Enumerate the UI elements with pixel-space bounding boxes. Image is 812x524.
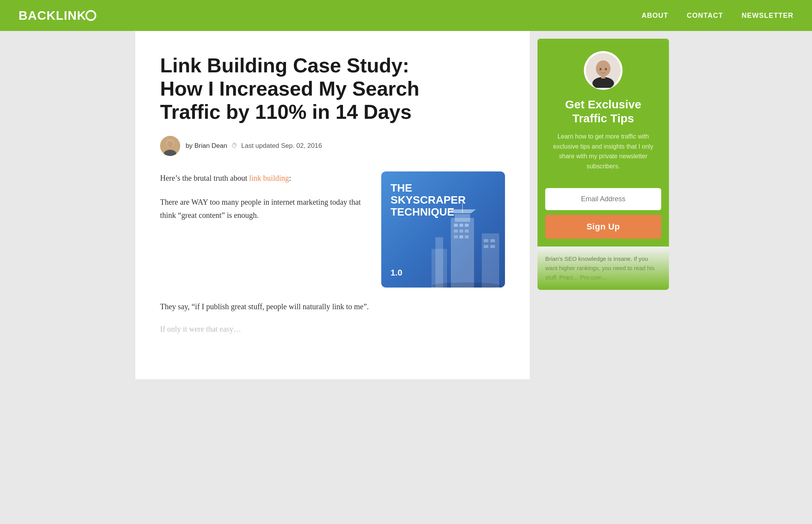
logo-text: BACKLINK <box>19 9 86 22</box>
logo[interactable]: BACKLINK <box>19 9 96 23</box>
svg-rect-8 <box>454 224 458 227</box>
article-title: Link Building Case Study: How I Increase… <box>160 54 431 123</box>
svg-point-3 <box>167 141 173 148</box>
sidebar-card: Get Exclusive Traffic Tips Learn how to … <box>537 39 669 290</box>
author-avatar-image <box>160 136 180 156</box>
signup-button[interactable]: Sign Up <box>545 215 661 239</box>
skyscraper-version: 1.0 <box>391 265 403 280</box>
author-avatar <box>160 136 180 156</box>
logo-o-circle <box>85 10 96 21</box>
svg-rect-11 <box>454 229 458 233</box>
header: BACKLINK ABOUT CONTACT NEWSLETTER <box>0 0 812 31</box>
svg-rect-14 <box>454 235 458 238</box>
sidebar-form: Sign Up <box>537 188 669 247</box>
sidebar-author-image <box>586 53 621 88</box>
svg-rect-10 <box>465 224 469 227</box>
article-body: Here’s the brutal truth about link build… <box>160 171 505 336</box>
svg-point-31 <box>600 68 601 70</box>
svg-rect-12 <box>459 229 463 233</box>
paragraph2: They say, “if I publish great stuff, peo… <box>160 300 505 313</box>
svg-rect-9 <box>459 224 463 227</box>
link-building-link[interactable]: link building <box>249 174 289 182</box>
author-meta: by Brian Dean ⏱ Last updated Sep. 02, 20… <box>186 142 322 150</box>
sidebar-description: Learn how to get more traffic with exclu… <box>548 132 658 171</box>
sidebar: Get Exclusive Traffic Tips Learn how to … <box>530 31 677 379</box>
sidebar-heading: Get Exclusive Traffic Tips <box>548 98 658 125</box>
svg-rect-22 <box>484 245 488 248</box>
author-name: by Brian Dean <box>186 142 227 150</box>
sidebar-top: Get Exclusive Traffic Tips Learn how to … <box>537 39 669 180</box>
skyscraper-title: THE SKYSCRAPER TECHNIQUE <box>391 182 466 218</box>
last-updated-date: Last updated Sep. 02, 2016 <box>241 142 322 150</box>
svg-rect-13 <box>465 229 469 233</box>
nav-newsletter[interactable]: NEWSLETTER <box>742 12 793 20</box>
paragraph1: There are WAY too many people in interne… <box>160 195 366 222</box>
sidebar-arrow-decoration <box>595 180 611 188</box>
body-paragraphs: They say, “if I publish great stuff, peo… <box>160 300 505 336</box>
skyscraper-image: THE SKYSCRAPER TECHNIQUE <box>381 171 505 288</box>
intro-row: Here’s the brutal truth about link build… <box>160 171 505 288</box>
sidebar-testimonial: Brian’s SEO knowledge is insane. If you … <box>537 247 669 290</box>
main-nav: ABOUT CONTACT NEWSLETTER <box>641 12 793 20</box>
svg-rect-5 <box>435 237 443 288</box>
svg-rect-15 <box>459 235 463 238</box>
svg-point-28 <box>596 60 611 77</box>
fading-text: If only it were that easy… <box>160 322 505 336</box>
nav-contact[interactable]: CONTACT <box>687 12 723 20</box>
svg-rect-21 <box>490 239 495 242</box>
svg-rect-23 <box>490 245 495 248</box>
clock-icon: ⏱ <box>231 142 237 149</box>
svg-point-32 <box>606 68 607 70</box>
sidebar-avatar <box>584 51 623 90</box>
author-line: by Brian Dean ⏱ Last updated Sep. 02, 20… <box>160 136 505 156</box>
svg-rect-20 <box>484 239 488 242</box>
article-content: Link Building Case Study: How I Increase… <box>135 31 530 379</box>
intro-prefix: Here’s the brutal truth about <box>160 174 249 182</box>
intro-text: Here’s the brutal truth about link build… <box>160 171 366 233</box>
email-input[interactable] <box>545 188 661 210</box>
svg-rect-6 <box>451 218 474 288</box>
intro-suffix: : <box>289 174 291 182</box>
svg-rect-16 <box>465 235 469 238</box>
nav-about[interactable]: ABOUT <box>641 12 668 20</box>
main-wrapper: Link Building Case Study: How I Increase… <box>135 31 677 379</box>
